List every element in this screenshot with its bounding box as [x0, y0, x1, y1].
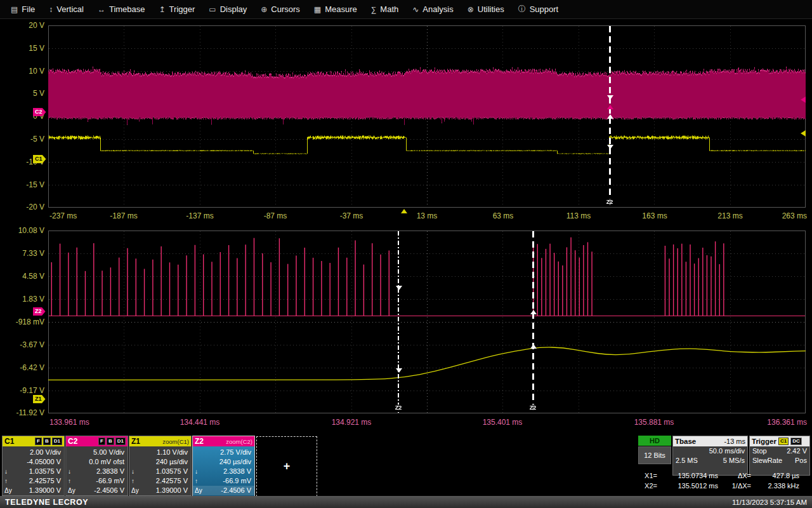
trigger-position-marker[interactable]	[401, 209, 407, 213]
cursor-low-value: 1.03575 V	[29, 467, 61, 475]
z1-ground-marker[interactable]: Z1	[33, 395, 46, 403]
trace-descriptor-c2[interactable]: C2 FBD1 5.00 V/div 0.0 mV ofst ↓2.3838 V…	[65, 436, 128, 496]
main-grid-canvas[interactable]	[48, 25, 806, 208]
y-axis-label: -918 mV	[0, 318, 44, 326]
y-axis-label: -9.17 V	[0, 386, 44, 395]
brand-logo: TELEDYNE LECROY	[5, 498, 88, 507]
zoom-source-label: zoom(C1)	[162, 438, 189, 445]
y-axis-label: -20 V	[0, 203, 44, 211]
badge-b: B	[43, 438, 51, 445]
x-axis-label: 134.441 ms	[180, 418, 220, 427]
trace-title: Z2	[195, 437, 204, 446]
x1-value: 135.0734 ms	[657, 471, 718, 481]
cursor-high-icon: ↑	[131, 476, 134, 486]
c1-level-arrow	[801, 130, 806, 137]
menu-item-label: Analysis	[422, 4, 453, 14]
zoom-grid-canvas[interactable]	[48, 231, 806, 413]
trace-descriptor-z1[interactable]: Z1 zoom(C1) 1.10 V/div 240 µs/div ↓1.035…	[129, 436, 192, 496]
zoom-waveform-grid[interactable]	[48, 231, 806, 413]
vertical-icon: ↕	[49, 5, 53, 14]
menu-item-measure[interactable]: ▦Measure	[307, 0, 364, 19]
z2-ground-marker[interactable]: Z2	[33, 307, 46, 316]
cursor-high-value: 2.42575 V	[156, 477, 188, 485]
trigger-level: 2.42 V	[787, 446, 807, 456]
trigger-coupling-chip: DC	[790, 438, 802, 445]
badge-f: F	[35, 438, 42, 445]
delta-y-value: 1.39000 V	[29, 486, 61, 494]
resolution-box[interactable]: 12 Bits	[638, 446, 671, 464]
cursor-readout-x2: X2= 135.5012 ms 1/ΔX= 2.338 kHz	[637, 481, 809, 491]
main-waveform-grid[interactable]	[48, 25, 806, 208]
cursor-high-icon: ↑	[68, 476, 71, 486]
datetime-display: 11/13/2023 5:37:15 AM	[732, 498, 807, 506]
x1-cursor[interactable]	[398, 231, 399, 413]
x-axis-label: 135.401 ms	[483, 418, 523, 427]
cursor-low-value: 2.3838 V	[223, 467, 251, 475]
zoom-cursor-tag: Z2	[600, 199, 619, 205]
trigger-title: Trigger	[752, 438, 776, 445]
badge-d1: D1	[115, 438, 126, 445]
menu-item-analysis[interactable]: ∿Analysis	[405, 0, 460, 19]
menu-item-math[interactable]: ∑Math	[364, 0, 405, 19]
y-axis-label: 5 V	[0, 89, 44, 98]
time-per-div: 50.0 ms/div	[709, 446, 745, 456]
y-axis-label: 7.33 V	[0, 249, 44, 258]
menu-item-utilities[interactable]: ⊗Utilities	[461, 0, 511, 19]
menu-item-display[interactable]: ▭Display	[202, 0, 254, 19]
y-axis-label: 15 V	[0, 44, 44, 53]
math-icon: ∑	[371, 5, 377, 14]
hd-mode-badge[interactable]: HD	[638, 436, 671, 446]
menu-item-timebase[interactable]: ↔Timebase	[91, 0, 152, 19]
cursor-high-value: -66.9 mV	[96, 477, 124, 485]
menu-item-label: Vertical	[56, 4, 84, 14]
menu-bar: ▤File ↕Vertical ↔Timebase ↥Trigger ▭Disp…	[0, 0, 812, 19]
menu-item-vertical[interactable]: ↕Vertical	[42, 0, 91, 19]
y-axis-label: -6.42 V	[0, 363, 44, 372]
menu-item-cursors[interactable]: ⊕Cursors	[254, 0, 307, 19]
y-axis-label: -3.67 V	[0, 340, 44, 349]
y-axis-label: -11.92 V	[0, 408, 44, 417]
trace-descriptor-c1[interactable]: C1 FBD1 2.00 V/div -4.05000 V ↓1.03575 V…	[2, 436, 65, 496]
timebase-descriptor[interactable]: Tbase -13 ms 50.0 ms/div 2.5 MS5 MS/s	[672, 436, 748, 476]
analysis-icon: ∿	[412, 5, 419, 14]
trigger-type: SlewRate	[752, 456, 782, 465]
add-trace-button[interactable]: +	[256, 436, 317, 497]
trace-title: Z1	[131, 437, 140, 446]
timebase-offset: -13 ms	[724, 438, 745, 445]
x-axis-label: 213 ms	[717, 211, 742, 220]
menu-item-support[interactable]: ⓘSupport	[511, 0, 566, 19]
cursor-low-value: 1.03575 V	[156, 467, 188, 475]
y-axis-label: 1.83 V	[0, 295, 44, 304]
cursor-arrow-icon	[607, 145, 613, 149]
x-axis-label: 135.881 ms	[634, 418, 674, 427]
x-axis-label: 63 ms	[493, 211, 514, 220]
menu-item-label: Display	[220, 4, 247, 14]
menu-item-label: Utilities	[478, 4, 504, 14]
x2-cursor[interactable]	[532, 231, 534, 413]
cursor-low-icon: ↓	[4, 467, 8, 476]
menu-item-label: Support	[530, 4, 559, 14]
cursor-high-icon: ↑	[195, 476, 198, 486]
delta-y-value: 1.39000 V	[156, 486, 188, 494]
trigger-descriptor[interactable]: Trigger C1 DC Stop2.42 V SlewRatePos	[749, 436, 810, 476]
x1-label: X1=	[637, 471, 657, 481]
volts-per-div: 2.00 V/div	[3, 448, 64, 457]
y-axis-label: 10 V	[0, 67, 44, 76]
delta-y-icon: Δy	[4, 486, 12, 495]
volts-per-div: 2.75 V/div	[193, 448, 254, 457]
x2-value: 135.5012 ms	[657, 481, 718, 491]
cursor-arrow-icon	[396, 286, 402, 290]
menu-item-label: File	[22, 4, 35, 14]
delta-y-value: -2.4506 V	[221, 486, 251, 494]
trace-descriptor-z2[interactable]: Z2 zoom(C2) 2.75 V/div 240 µs/div ↓2.383…	[192, 436, 255, 496]
menu-item-file[interactable]: ▤File	[4, 0, 42, 19]
menu-item-trigger[interactable]: ↥Trigger	[152, 0, 202, 19]
x2-cursor-tag: Z2	[523, 404, 542, 411]
cursor-high-value: -66.9 mV	[223, 477, 251, 485]
x-axis-label: 133.961 ms	[49, 418, 89, 427]
delta-y-value: -2.4506 V	[94, 486, 124, 494]
cursor-arrow-icon	[607, 114, 613, 119]
measure-icon: ▦	[314, 5, 321, 14]
trigger-icon: ↥	[159, 5, 166, 14]
cursor-arrow-icon	[530, 344, 537, 349]
